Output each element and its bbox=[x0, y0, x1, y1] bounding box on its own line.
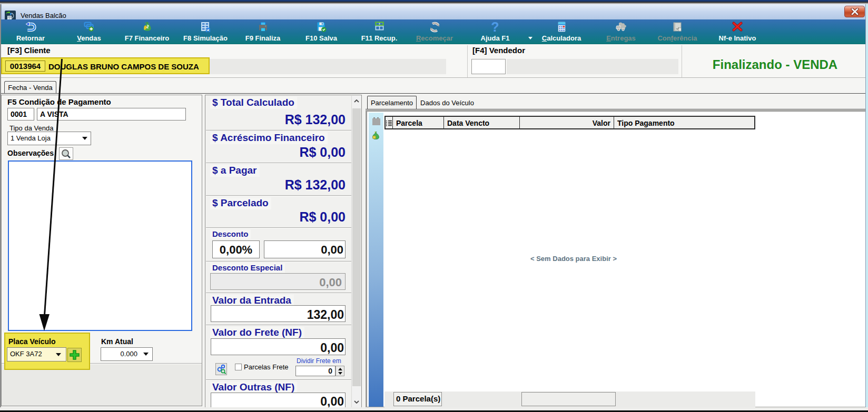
svg-text:?: ? bbox=[491, 22, 499, 33]
